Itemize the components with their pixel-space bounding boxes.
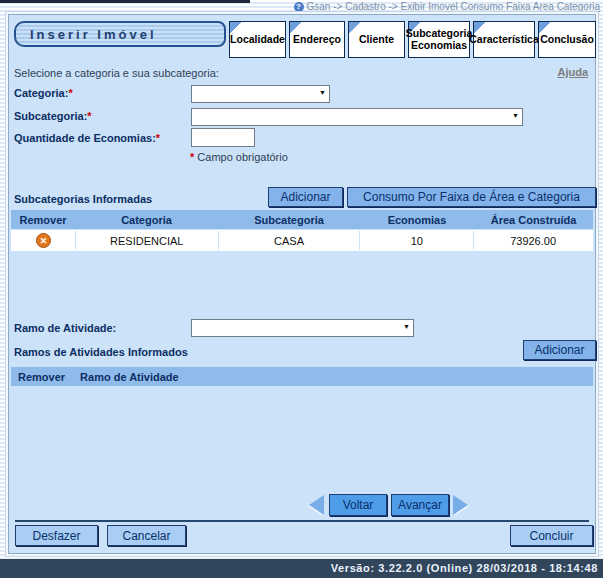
tab-localidade[interactable]: Localidade <box>229 21 286 58</box>
page-title: Inserir Imóvel <box>14 21 226 47</box>
subcategoria-select-wrap: ▼ <box>191 107 523 125</box>
help-icon[interactable]: ? <box>294 2 304 12</box>
tab-endereco[interactable]: Endereço <box>289 21 345 58</box>
consumo-faixa-button[interactable]: Consumo Por Faixa de Área e Categoria <box>347 187 596 207</box>
categoria-label: Categoria:* <box>14 87 73 99</box>
ramos-table-header: Remover Ramo de Atividade <box>11 367 593 386</box>
prev-arrow-icon[interactable] <box>309 495 324 515</box>
column-header: Categoria <box>75 214 218 226</box>
quantidade-economias-input[interactable] <box>191 128 255 147</box>
area-construida-cell: 73926.00 <box>474 231 592 250</box>
main-panel: Inserir Imóvel Localidade Endereço Clien… <box>8 14 596 554</box>
remove-cell: ✕ <box>12 231 75 250</box>
subcategorias-section-label: Subcategorias Informadas <box>14 193 152 205</box>
ramo-atividade-select[interactable] <box>191 319 414 337</box>
avancar-button[interactable]: Avançar <box>391 494 449 516</box>
column-header: Área Construída <box>474 214 593 226</box>
form-instruction: Selecione a categoria e sua subcategoria… <box>14 67 219 79</box>
desfazer-button[interactable]: Desfazer <box>15 525 98 546</box>
concluir-button[interactable]: Concluir <box>510 525 593 546</box>
categoria-select-wrap: ▼ <box>191 84 330 102</box>
version-footer: Versão: 3.22.2.0 (Online) 28/03/2018 - 1… <box>0 559 603 578</box>
wizard-tabs: Localidade Endereço Cliente Subcategoria… <box>229 21 596 58</box>
ajuda-link[interactable]: Ajuda <box>557 66 588 78</box>
divider <box>15 520 589 522</box>
required-asterisk: * <box>156 132 160 144</box>
tab-caracteristica[interactable]: Característica <box>473 21 535 58</box>
subcategorias-table-header: Remover Categoria Subcategoria Economias… <box>11 210 593 229</box>
subcategoria-select[interactable] <box>191 108 523 126</box>
required-note: * Campo obrigatório <box>190 151 288 163</box>
breadcrumb-path[interactable]: Gsan -> Cadastro -> Exibir Imovel Consum… <box>307 1 600 12</box>
column-header: Remover <box>18 371 65 383</box>
top-dark-strip <box>0 0 250 3</box>
subcategoria-label: Subcategoria:* <box>14 110 92 122</box>
subcategoria-cell: CASA <box>219 231 360 250</box>
column-header: Subcategoria <box>218 214 360 226</box>
required-asterisk: * <box>68 87 72 99</box>
tab-cliente[interactable]: Cliente <box>348 21 405 58</box>
column-header: Economias <box>360 214 474 226</box>
ramos-section-label: Ramos de Atividades Informados <box>14 346 188 358</box>
adicionar-subcategoria-button[interactable]: Adicionar <box>268 187 343 207</box>
quantidade-economias-label: Quantidade de Economias:* <box>14 132 160 144</box>
remove-icon[interactable]: ✕ <box>36 233 51 248</box>
ramo-atividade-label: Ramo de Atividade: <box>14 322 116 334</box>
categoria-select[interactable] <box>191 85 330 103</box>
voltar-button[interactable]: Voltar <box>329 494 387 516</box>
tab-subcategoria-economias[interactable]: Subcategoria Economias <box>408 21 470 58</box>
column-header: Remover <box>11 214 75 226</box>
next-arrow-icon[interactable] <box>453 495 468 515</box>
economias-cell: 10 <box>360 231 473 250</box>
ramo-atividade-select-wrap: ▼ <box>191 318 414 336</box>
column-header: Ramo de Atividade <box>80 371 179 383</box>
table-row: ✕ RESIDENCIAL CASA 10 73926.00 <box>11 230 593 251</box>
breadcrumb: ?Gsan -> Cadastro -> Exibir Imovel Consu… <box>294 1 600 12</box>
tab-conclusao[interactable]: Conclusão <box>538 21 596 58</box>
cancelar-button[interactable]: Cancelar <box>107 525 186 546</box>
adicionar-ramo-button[interactable]: Adicionar <box>523 340 596 360</box>
subcategorias-table: Remover Categoria Subcategoria Economias… <box>11 210 593 251</box>
categoria-cell: RESIDENCIAL <box>76 231 218 250</box>
required-asterisk: * <box>87 110 91 122</box>
